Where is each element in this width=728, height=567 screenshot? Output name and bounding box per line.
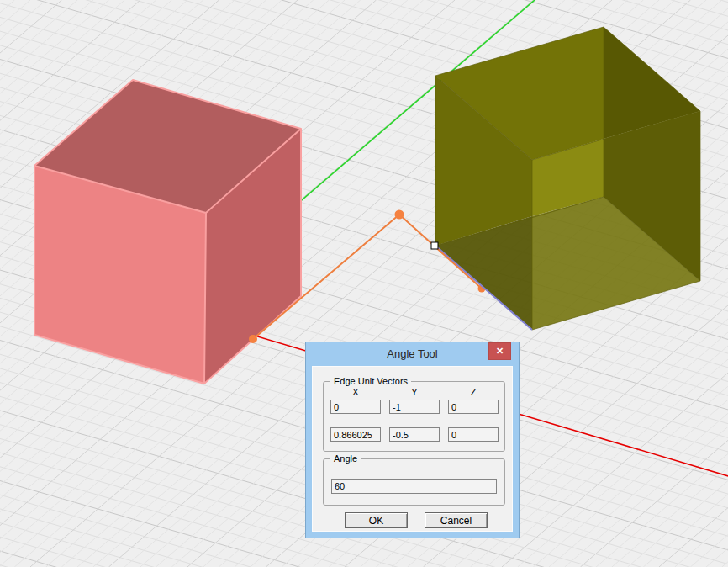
dialog-titlebar[interactable]: Angle Tool ✕ (306, 342, 519, 366)
cancel-button[interactable]: Cancel (425, 512, 488, 528)
close-icon: ✕ (496, 346, 504, 356)
angle-group: Angle (323, 458, 505, 506)
vector2-x-input[interactable] (330, 427, 381, 442)
measure-point-left (249, 335, 257, 343)
vector2-z-input[interactable] (448, 427, 499, 442)
edge-unit-vectors-label: Edge Unit Vectors (330, 376, 411, 386)
angle-group-label: Angle (330, 453, 361, 464)
modeling-viewport: Angle Tool ✕ Edge Unit Vectors X Y Z (0, 0, 728, 567)
close-button[interactable]: ✕ (488, 342, 511, 360)
vector2-y-input[interactable] (389, 427, 440, 442)
column-label-x: X (330, 387, 381, 397)
angle-tool-dialog: Angle Tool ✕ Edge Unit Vectors X Y Z (305, 342, 520, 538)
olive-cube[interactable] (435, 27, 700, 330)
vector1-x-input[interactable] (330, 400, 381, 414)
dialog-content: Edge Unit Vectors X Y Z Angle OK Cancel (312, 366, 513, 532)
measure-vertex-point (395, 210, 404, 220)
dialog-title: Angle Tool (306, 347, 519, 360)
edge-unit-vectors-group: Edge Unit Vectors X Y Z (323, 381, 505, 452)
vector1-z-input[interactable] (448, 400, 499, 414)
angle-value-input[interactable] (331, 479, 497, 494)
edge-endpoint-marker (431, 242, 438, 249)
column-label-y: Y (389, 387, 440, 397)
vector1-y-input[interactable] (389, 400, 440, 414)
ok-button[interactable]: OK (345, 512, 408, 528)
column-label-z: Z (448, 387, 499, 397)
